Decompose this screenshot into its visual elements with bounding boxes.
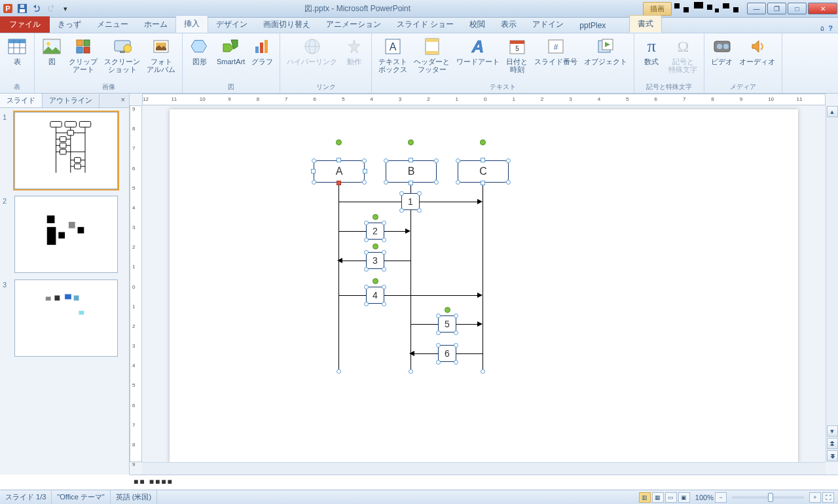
resize-handle[interactable] <box>337 369 341 374</box>
slide-thumb-1[interactable] <box>14 112 118 189</box>
resize-handle[interactable] <box>382 267 386 272</box>
resize-handle[interactable] <box>436 343 441 348</box>
view-slideshow-icon[interactable]: ▣ <box>678 492 690 503</box>
zoom-handle[interactable] <box>768 493 773 502</box>
resize-handle[interactable] <box>382 221 386 225</box>
btn-hyperlink[interactable]: ハイパーリンク <box>284 35 340 67</box>
undo-icon[interactable] <box>30 2 43 15</box>
tab-pptplex[interactable]: pptPlex <box>572 18 613 33</box>
resize-handle[interactable] <box>506 158 511 163</box>
resize-handle[interactable] <box>364 250 369 255</box>
tab-design[interactable]: デザイン <box>208 16 255 33</box>
rotate-handle[interactable] <box>408 139 414 145</box>
resize-handle[interactable] <box>364 221 369 225</box>
help-icon[interactable]: ? <box>828 24 833 33</box>
rotate-handle[interactable] <box>373 243 378 249</box>
resize-handle[interactable] <box>382 238 386 242</box>
btn-video[interactable]: ビデオ <box>708 35 735 67</box>
status-theme[interactable]: "Office テーマ" <box>52 490 110 504</box>
tab-slideshow[interactable]: スライド ショー <box>389 16 462 33</box>
resize-handle[interactable] <box>364 302 369 306</box>
btn-symbol[interactable]: Ω記号と 特殊文字 <box>666 35 700 75</box>
selection-group[interactable] <box>310 156 514 369</box>
resize-handle[interactable] <box>312 180 316 185</box>
resize-handle[interactable] <box>382 285 386 289</box>
ribbon-minimize-icon[interactable]: ۵ <box>820 24 824 33</box>
resize-handle[interactable] <box>417 191 422 196</box>
resize-handle[interactable] <box>312 158 316 163</box>
zoom-out-button[interactable]: − <box>715 492 727 503</box>
resize-handle[interactable] <box>364 285 369 289</box>
thumbnails[interactable]: 1 2 3 <box>0 108 129 475</box>
rotate-handle[interactable] <box>373 278 378 284</box>
tab-home[interactable]: ホーム <box>136 16 175 33</box>
btn-chart[interactable]: グラフ <box>249 35 276 67</box>
status-lang[interactable]: 英語 (米国) <box>111 490 157 504</box>
app-icon[interactable]: P <box>1 2 14 15</box>
vertical-ruler[interactable]: 9876543210123456789 <box>130 105 142 462</box>
next-slide-icon[interactable]: ⯯ <box>827 450 838 461</box>
resize-handle[interactable] <box>337 158 341 162</box>
panel-tab-outline[interactable]: アウトライン <box>43 94 100 107</box>
view-reading-icon[interactable]: ▭ <box>665 492 677 503</box>
resize-handle[interactable] <box>454 360 458 365</box>
minimize-button[interactable]: — <box>747 3 766 14</box>
btn-clipart[interactable]: クリップ アート <box>66 35 100 75</box>
resize-handle[interactable] <box>409 369 413 374</box>
resize-handle[interactable] <box>454 331 458 335</box>
panel-close-icon[interactable]: × <box>117 94 129 107</box>
resize-handle[interactable] <box>399 208 404 213</box>
btn-album[interactable]: フォト アルバム <box>144 35 178 75</box>
zoom-slider[interactable] <box>732 496 804 499</box>
tab-format[interactable]: 書式 <box>629 15 662 33</box>
resize-handle[interactable] <box>382 302 386 306</box>
qat-dropdown-icon[interactable]: ▾ <box>59 2 72 15</box>
resize-handle[interactable] <box>436 314 441 318</box>
resize-handle[interactable] <box>456 180 460 185</box>
tab-file[interactable]: ファイル <box>0 16 50 33</box>
status-slide[interactable]: スライド 1/3 <box>0 490 52 504</box>
resize-handle[interactable] <box>434 180 439 185</box>
btn-datetime[interactable]: 5日付と 時刻 <box>503 35 530 75</box>
resize-handle[interactable] <box>399 191 404 196</box>
resize-handle[interactable] <box>364 238 369 242</box>
btn-object[interactable]: オブジェクト <box>581 35 630 75</box>
resize-handle[interactable] <box>384 180 388 185</box>
slide-canvas-area[interactable]: A B C 1 2 3 4 5 6 <box>142 105 826 462</box>
close-button[interactable]: ✕ <box>808 3 837 14</box>
scroll-down-icon[interactable]: ▼ <box>827 425 838 437</box>
tab-addin[interactable]: アドイン <box>524 16 572 33</box>
btn-screenshot[interactable]: スクリーン ショット <box>101 35 143 75</box>
resize-handle[interactable] <box>436 360 441 365</box>
zoom-in-button[interactable]: + <box>809 492 821 503</box>
resize-handle[interactable] <box>481 158 485 162</box>
resize-handle[interactable] <box>456 158 460 163</box>
tab-menu[interactable]: メニュー <box>89 16 136 33</box>
btn-equation[interactable]: π数式 <box>638 35 665 75</box>
resize-handle[interactable] <box>454 314 458 318</box>
btn-audio[interactable]: オーディオ <box>737 35 778 67</box>
resize-handle[interactable] <box>364 267 369 272</box>
rotate-handle[interactable] <box>480 139 486 145</box>
view-sorter-icon[interactable]: ▦ <box>652 492 664 503</box>
btn-wordart[interactable]: Aワードアート <box>454 35 502 75</box>
resize-handle[interactable] <box>417 208 422 213</box>
resize-handle[interactable] <box>362 158 367 163</box>
resize-handle[interactable] <box>481 181 485 185</box>
resize-handle[interactable] <box>506 180 511 185</box>
notes-pane[interactable]: ■■ ■■■■ <box>130 475 838 490</box>
tab-view[interactable]: 表示 <box>493 16 524 33</box>
btn-smartart[interactable]: SmartArt <box>214 35 247 67</box>
resize-handle[interactable] <box>481 369 485 374</box>
slide[interactable]: A B C 1 2 3 4 5 6 <box>170 109 798 462</box>
horizontal-ruler[interactable]: 1211109876543210123456789101112 <box>142 94 826 105</box>
resize-handle[interactable] <box>409 181 413 185</box>
tab-insert[interactable]: 挿入 <box>175 15 208 33</box>
vertical-scrollbar[interactable]: ▲ ▼ ⯭ ⯯ <box>826 105 838 462</box>
redo-icon[interactable] <box>45 2 58 15</box>
resize-handle[interactable] <box>337 181 341 185</box>
prev-slide-icon[interactable]: ⯭ <box>827 438 838 449</box>
btn-action[interactable]: 動作 <box>341 35 367 67</box>
btn-picture[interactable]: 図 <box>39 35 65 75</box>
tab-review[interactable]: 校閲 <box>462 16 493 33</box>
